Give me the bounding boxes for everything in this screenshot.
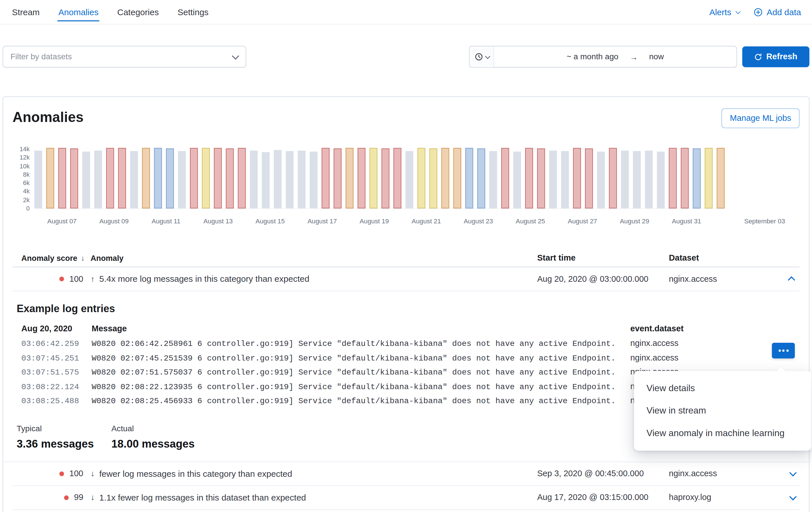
manage-ml-jobs-button[interactable]: Manage ML jobs: [722, 108, 800, 128]
chart-bar: [573, 148, 581, 209]
log-date-header: Aug 20, 2020: [22, 324, 92, 333]
x-axis-tick-label: August 19: [360, 218, 389, 225]
chart-bar: [609, 148, 616, 209]
anomaly-start-time: Aug 17, 2020 @ 03:15:00.000: [533, 493, 663, 503]
column-header-anomaly: Anomaly: [91, 253, 533, 262]
anomaly-description: 5.4x more log messages in this category …: [99, 274, 309, 284]
log-entry-timestamp: 03:08:22.124: [22, 382, 92, 392]
y-axis-tick-label: 14k: [20, 145, 29, 153]
anomaly-dataset: nginx.access: [663, 469, 780, 479]
column-header-anomaly-score[interactable]: Anomaly score ↓: [12, 253, 91, 262]
x-axis-tick-label: August 09: [99, 218, 128, 225]
y-axis-tick-label: 4k: [23, 188, 30, 195]
chart-bar: [597, 151, 605, 208]
y-axis-tick-label: 12k: [20, 154, 29, 161]
chart-bar: [477, 148, 485, 209]
chevron-down-icon[interactable]: [232, 52, 239, 60]
chart-bar: [310, 151, 317, 208]
x-axis-tick-label: August 21: [412, 218, 441, 225]
log-entry-actions-button[interactable]: [772, 343, 795, 358]
chart-x-axis: August 07August 09August 11August 13Augu…: [34, 218, 789, 227]
quick-select-button[interactable]: [469, 46, 494, 67]
panel-header: Anomalies Manage ML jobs: [3, 97, 809, 128]
chevron-down-icon: [735, 8, 741, 14]
chart-bar: [34, 151, 42, 208]
actual-label: Actual: [111, 424, 206, 434]
anomalies-histogram-chart: 14k12k10k8k6k4k2k0 August 07August 09Aug…: [12, 147, 800, 230]
sort-descending-icon: ↓: [81, 254, 85, 262]
typical-label: Typical: [17, 424, 111, 434]
anomaly-score-header-label: Anomaly score: [22, 253, 78, 262]
alerts-menu-button[interactable]: Alerts: [709, 7, 739, 17]
date-range-end: now: [649, 52, 664, 61]
chart-bar: [681, 148, 689, 208]
collapse-row-button[interactable]: [784, 271, 801, 287]
chart-bar: [130, 151, 138, 209]
anomaly-table-row: 100↓fewer log messages in this category …: [12, 462, 800, 486]
chart-bar: [370, 148, 377, 208]
ellipsis-icon: [779, 350, 781, 352]
log-entry-message: W0820 02:07:45.251539 6 controller.go:91…: [92, 354, 630, 363]
x-axis-tick-label: August 13: [203, 218, 233, 225]
chart-bar: [202, 148, 210, 208]
chart-bar: [417, 148, 425, 208]
chart-bar: [621, 151, 629, 208]
tab-stream[interactable]: Stream: [11, 0, 40, 24]
anomaly-description-cell: ↓fewer log messages in this category tha…: [91, 469, 533, 479]
chart-bar: [669, 148, 677, 209]
anomaly-score-cell: 99: [12, 493, 91, 503]
expand-row-button[interactable]: [784, 489, 801, 506]
chart-bar: [94, 150, 102, 209]
anomaly-score-cell: 100: [12, 274, 91, 284]
severity-dot-icon: [59, 471, 64, 476]
anomaly-start-time: Sep 3, 2020 @ 00:45:00.000: [533, 469, 663, 479]
context-menu-item-view-in-stream[interactable]: View in stream: [634, 400, 811, 422]
log-entries-header: Aug 20, 2020 Message event.dataset: [12, 324, 800, 339]
dataset-filter-combobox[interactable]: [3, 46, 246, 68]
x-axis-tick-label: August 11: [152, 218, 180, 225]
chart-bar: [214, 148, 222, 209]
context-menu-item-view-details[interactable]: View details: [634, 377, 811, 400]
page-title: Anomalies: [12, 108, 84, 126]
chart-bar: [441, 148, 449, 208]
dataset-filter-input[interactable]: [9, 52, 232, 62]
chart-bar: [489, 151, 497, 209]
arrow-up-icon: ↑: [91, 274, 95, 284]
x-axis-tick-label: September 03: [744, 218, 785, 225]
x-axis-tick-label: August 25: [516, 218, 545, 225]
chart-bar: [274, 150, 282, 208]
date-range-field[interactable]: ~ a month ago → now: [494, 46, 736, 67]
chart-bar: [561, 151, 569, 209]
chevron-down-icon: [485, 54, 490, 59]
tab-settings[interactable]: Settings: [177, 0, 210, 24]
chart-bar: [226, 148, 234, 209]
chart-bar: [454, 148, 461, 209]
expand-row-button[interactable]: [784, 465, 801, 482]
alerts-label: Alerts: [709, 7, 731, 17]
anomaly-description-cell: ↑5.4x more log messages in this category…: [91, 274, 533, 284]
date-picker-group: ~ a month ago → now Refresh: [469, 46, 809, 68]
anomaly-table-header: Anomaly score ↓ Anomaly Start time Datas…: [12, 249, 800, 267]
chart-bar: [322, 148, 329, 209]
tab-categories[interactable]: Categories: [116, 0, 160, 24]
chart-bar: [405, 151, 413, 209]
log-entry-timestamp: 03:07:51.575: [22, 368, 92, 377]
chart-bar: [142, 148, 150, 208]
example-log-entries-title: Example log entries: [12, 303, 800, 315]
chart-bar: [430, 148, 437, 209]
severity-dot-icon: [64, 495, 69, 500]
anomaly-score-cell: 100: [12, 469, 91, 479]
context-menu-item-view-anomaly-in-machine-learning[interactable]: View anomaly in machine learning: [634, 422, 811, 444]
nav-right-actions: Alerts Add data: [709, 7, 801, 17]
refresh-button[interactable]: Refresh: [742, 46, 809, 67]
chart-bar: [381, 148, 389, 209]
plus-circle-icon: [754, 7, 762, 16]
tab-anomalies[interactable]: Anomalies: [57, 0, 99, 24]
chart-bar: [633, 151, 641, 209]
y-axis-tick-label: 2k: [23, 196, 30, 203]
add-data-link[interactable]: Add data: [754, 7, 801, 17]
log-entry-timestamp: 03:07:45.251: [22, 354, 92, 363]
severity-dot-icon: [59, 277, 64, 281]
log-entry-context-menu: View detailsView in streamView anomaly i…: [634, 371, 811, 451]
x-axis-tick-label: August 15: [256, 218, 285, 225]
